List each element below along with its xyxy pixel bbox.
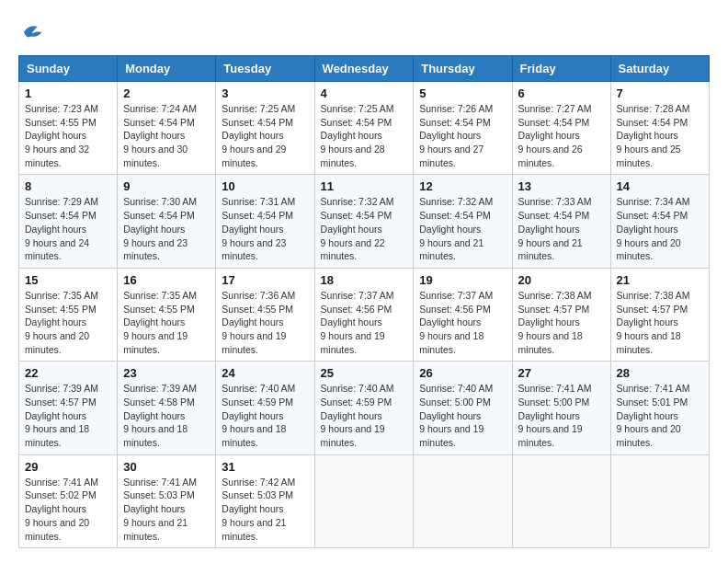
day-info: Sunrise: 7:29 AM Sunset: 4:54 PM Dayligh… bbox=[25, 195, 111, 262]
day-info: Sunrise: 7:39 AM Sunset: 4:57 PM Dayligh… bbox=[25, 382, 111, 449]
day-number: 10 bbox=[222, 179, 308, 193]
day-info: Sunrise: 7:37 AM Sunset: 4:56 PM Dayligh… bbox=[321, 289, 408, 356]
logo-icon bbox=[18, 18, 46, 46]
day-number: 5 bbox=[419, 86, 506, 100]
day-number: 30 bbox=[123, 460, 210, 474]
day-number: 25 bbox=[321, 366, 408, 380]
day-number: 22 bbox=[25, 366, 111, 380]
weekday-tuesday: Tuesday bbox=[216, 56, 314, 82]
day-info: Sunrise: 7:32 AM Sunset: 4:54 PM Dayligh… bbox=[419, 195, 506, 262]
day-number: 24 bbox=[222, 366, 308, 380]
calendar-day-16: 16 Sunrise: 7:35 AM Sunset: 4:55 PM Dayl… bbox=[118, 268, 216, 361]
day-number: 12 bbox=[419, 179, 506, 193]
day-number: 14 bbox=[617, 179, 703, 193]
day-info: Sunrise: 7:35 AM Sunset: 4:55 PM Dayligh… bbox=[123, 289, 210, 356]
calendar-day-24: 24 Sunrise: 7:40 AM Sunset: 4:59 PM Dayl… bbox=[216, 362, 314, 454]
calendar-day-29: 29 Sunrise: 7:41 AM Sunset: 5:02 PM Dayl… bbox=[19, 454, 118, 547]
day-info: Sunrise: 7:25 AM Sunset: 4:54 PM Dayligh… bbox=[222, 102, 308, 169]
day-number: 9 bbox=[123, 179, 210, 193]
day-number: 27 bbox=[518, 366, 605, 380]
day-info: Sunrise: 7:36 AM Sunset: 4:55 PM Dayligh… bbox=[222, 289, 308, 356]
calendar-day-2: 2 Sunrise: 7:24 AM Sunset: 4:54 PM Dayli… bbox=[118, 82, 216, 175]
day-info: Sunrise: 7:41 AM Sunset: 5:02 PM Dayligh… bbox=[25, 476, 111, 543]
calendar-week-5: 29 Sunrise: 7:41 AM Sunset: 5:02 PM Dayl… bbox=[19, 454, 710, 547]
day-info: Sunrise: 7:23 AM Sunset: 4:55 PM Dayligh… bbox=[25, 102, 111, 169]
day-number: 20 bbox=[518, 273, 605, 287]
day-info: Sunrise: 7:24 AM Sunset: 4:54 PM Dayligh… bbox=[123, 102, 210, 169]
calendar-week-4: 22 Sunrise: 7:39 AM Sunset: 4:57 PM Dayl… bbox=[19, 362, 710, 454]
day-number: 15 bbox=[25, 273, 111, 287]
calendar-day-19: 19 Sunrise: 7:37 AM Sunset: 4:56 PM Dayl… bbox=[414, 268, 512, 361]
weekday-sunday: Sunday bbox=[19, 56, 118, 82]
calendar-day-4: 4 Sunrise: 7:25 AM Sunset: 4:54 PM Dayli… bbox=[314, 82, 414, 175]
day-number: 16 bbox=[123, 273, 210, 287]
empty-cell bbox=[414, 454, 512, 547]
day-info: Sunrise: 7:38 AM Sunset: 4:57 PM Dayligh… bbox=[518, 289, 605, 356]
weekday-monday: Monday bbox=[118, 56, 216, 82]
day-info: Sunrise: 7:28 AM Sunset: 4:54 PM Dayligh… bbox=[617, 102, 703, 169]
weekday-saturday: Saturday bbox=[610, 56, 709, 82]
calendar-day-11: 11 Sunrise: 7:32 AM Sunset: 4:54 PM Dayl… bbox=[314, 175, 414, 268]
calendar-day-27: 27 Sunrise: 7:41 AM Sunset: 5:00 PM Dayl… bbox=[512, 362, 610, 454]
day-info: Sunrise: 7:33 AM Sunset: 4:54 PM Dayligh… bbox=[518, 195, 605, 262]
calendar-table: SundayMondayTuesdayWednesdayThursdayFrid… bbox=[18, 55, 710, 548]
day-info: Sunrise: 7:34 AM Sunset: 4:54 PM Dayligh… bbox=[617, 195, 703, 262]
calendar-day-25: 25 Sunrise: 7:40 AM Sunset: 4:59 PM Dayl… bbox=[314, 362, 414, 454]
day-info: Sunrise: 7:40 AM Sunset: 4:59 PM Dayligh… bbox=[321, 382, 408, 449]
day-info: Sunrise: 7:37 AM Sunset: 4:56 PM Dayligh… bbox=[419, 289, 506, 356]
calendar-day-6: 6 Sunrise: 7:27 AM Sunset: 4:54 PM Dayli… bbox=[512, 82, 610, 175]
calendar-day-22: 22 Sunrise: 7:39 AM Sunset: 4:57 PM Dayl… bbox=[19, 362, 118, 454]
page-header bbox=[18, 18, 710, 46]
day-info: Sunrise: 7:26 AM Sunset: 4:54 PM Dayligh… bbox=[419, 102, 506, 169]
day-number: 3 bbox=[222, 86, 308, 100]
calendar-day-31: 31 Sunrise: 7:42 AM Sunset: 5:03 PM Dayl… bbox=[216, 454, 314, 547]
calendar-day-3: 3 Sunrise: 7:25 AM Sunset: 4:54 PM Dayli… bbox=[216, 82, 314, 175]
calendar-day-8: 8 Sunrise: 7:29 AM Sunset: 4:54 PM Dayli… bbox=[19, 175, 118, 268]
day-number: 18 bbox=[321, 273, 408, 287]
calendar-day-30: 30 Sunrise: 7:41 AM Sunset: 5:03 PM Dayl… bbox=[118, 454, 216, 547]
day-number: 19 bbox=[419, 273, 506, 287]
calendar-day-23: 23 Sunrise: 7:39 AM Sunset: 4:58 PM Dayl… bbox=[118, 362, 216, 454]
calendar-week-1: 1 Sunrise: 7:23 AM Sunset: 4:55 PM Dayli… bbox=[19, 82, 710, 175]
day-number: 11 bbox=[321, 179, 408, 193]
calendar-day-9: 9 Sunrise: 7:30 AM Sunset: 4:54 PM Dayli… bbox=[118, 175, 216, 268]
calendar-day-13: 13 Sunrise: 7:33 AM Sunset: 4:54 PM Dayl… bbox=[512, 175, 610, 268]
day-number: 26 bbox=[419, 366, 506, 380]
calendar-day-1: 1 Sunrise: 7:23 AM Sunset: 4:55 PM Dayli… bbox=[19, 82, 118, 175]
calendar-day-26: 26 Sunrise: 7:40 AM Sunset: 5:00 PM Dayl… bbox=[414, 362, 512, 454]
day-info: Sunrise: 7:41 AM Sunset: 5:01 PM Dayligh… bbox=[617, 382, 703, 449]
day-number: 8 bbox=[25, 179, 111, 193]
day-number: 2 bbox=[123, 86, 210, 100]
day-info: Sunrise: 7:40 AM Sunset: 4:59 PM Dayligh… bbox=[222, 382, 308, 449]
day-info: Sunrise: 7:38 AM Sunset: 4:57 PM Dayligh… bbox=[617, 289, 703, 356]
weekday-thursday: Thursday bbox=[414, 56, 512, 82]
calendar-week-3: 15 Sunrise: 7:35 AM Sunset: 4:55 PM Dayl… bbox=[19, 268, 710, 361]
day-info: Sunrise: 7:41 AM Sunset: 5:03 PM Dayligh… bbox=[123, 476, 210, 543]
calendar-day-10: 10 Sunrise: 7:31 AM Sunset: 4:54 PM Dayl… bbox=[216, 175, 314, 268]
day-number: 6 bbox=[518, 86, 605, 100]
logo bbox=[18, 18, 50, 46]
day-number: 1 bbox=[25, 86, 111, 100]
day-info: Sunrise: 7:39 AM Sunset: 4:58 PM Dayligh… bbox=[123, 382, 210, 449]
day-number: 7 bbox=[617, 86, 703, 100]
day-info: Sunrise: 7:40 AM Sunset: 5:00 PM Dayligh… bbox=[419, 382, 506, 449]
day-number: 4 bbox=[321, 86, 408, 100]
day-number: 23 bbox=[123, 366, 210, 380]
calendar-day-12: 12 Sunrise: 7:32 AM Sunset: 4:54 PM Dayl… bbox=[414, 175, 512, 268]
day-info: Sunrise: 7:31 AM Sunset: 4:54 PM Dayligh… bbox=[222, 195, 308, 262]
calendar-day-14: 14 Sunrise: 7:34 AM Sunset: 4:54 PM Dayl… bbox=[610, 175, 709, 268]
day-info: Sunrise: 7:35 AM Sunset: 4:55 PM Dayligh… bbox=[25, 289, 111, 356]
weekday-wednesday: Wednesday bbox=[314, 56, 414, 82]
day-number: 21 bbox=[617, 273, 703, 287]
day-number: 17 bbox=[222, 273, 308, 287]
day-number: 28 bbox=[617, 366, 703, 380]
day-info: Sunrise: 7:42 AM Sunset: 5:03 PM Dayligh… bbox=[222, 476, 308, 543]
day-info: Sunrise: 7:30 AM Sunset: 4:54 PM Dayligh… bbox=[123, 195, 210, 262]
empty-cell bbox=[512, 454, 610, 547]
calendar-day-17: 17 Sunrise: 7:36 AM Sunset: 4:55 PM Dayl… bbox=[216, 268, 314, 361]
day-info: Sunrise: 7:27 AM Sunset: 4:54 PM Dayligh… bbox=[518, 102, 605, 169]
empty-cell bbox=[314, 454, 414, 547]
calendar-day-21: 21 Sunrise: 7:38 AM Sunset: 4:57 PM Dayl… bbox=[610, 268, 709, 361]
day-number: 31 bbox=[222, 460, 308, 474]
weekday-friday: Friday bbox=[512, 56, 610, 82]
